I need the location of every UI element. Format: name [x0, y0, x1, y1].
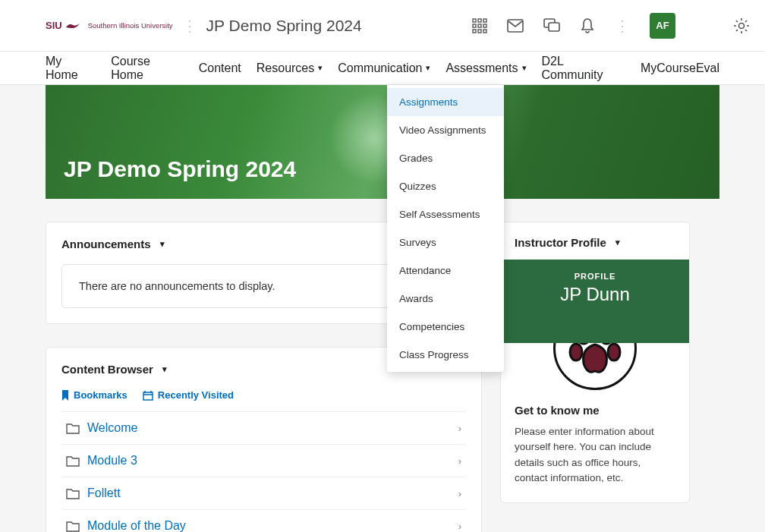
bookmark-icon [61, 390, 69, 401]
menu-grades[interactable]: Grades [387, 144, 504, 172]
menu-attendance[interactable]: Attendance [387, 257, 504, 285]
chevron-down-icon: ▾ [160, 239, 165, 249]
menu-video-assignments[interactable]: Video Assignments [387, 116, 504, 144]
menu-competencies[interactable]: Competencies [387, 313, 504, 341]
nav-content[interactable]: Content [199, 54, 241, 83]
top-header: SIU Southern Illinois University ⋮ JP De… [0, 0, 765, 52]
nav-my-home[interactable]: My Home [46, 47, 96, 90]
profile-description: Please enter information about yourself … [515, 424, 675, 486]
chevron-down-icon: ▾ [522, 63, 527, 73]
apps-icon[interactable] [472, 18, 487, 33]
nav-resources[interactable]: Resources▾ [257, 54, 323, 83]
content-item[interactable]: Module 3 › [61, 445, 466, 477]
menu-class-progress[interactable]: Class Progress [387, 341, 504, 369]
content-item[interactable]: Welcome › [61, 411, 466, 445]
menu-surveys[interactable]: Surveys [387, 228, 504, 257]
mail-icon[interactable] [507, 19, 524, 33]
chevron-right-icon: › [458, 521, 461, 532]
org-logo[interactable]: SIU Southern Illinois University [46, 20, 173, 31]
bird-icon [65, 21, 80, 30]
nav-mycourseeval[interactable]: MyCourseEval [641, 54, 719, 83]
svg-point-16 [570, 344, 582, 360]
divider: ⋮ [182, 17, 197, 35]
svg-rect-3 [473, 24, 476, 27]
svg-rect-4 [478, 24, 481, 27]
instructor-name: JP Dunn [501, 284, 689, 305]
menu-awards[interactable]: Awards [387, 285, 504, 313]
profile-label: PROFILE [501, 272, 689, 281]
chevron-down-icon: ▾ [426, 63, 430, 73]
svg-rect-1 [478, 19, 481, 22]
profile-section-title: Get to know me [515, 404, 675, 417]
svg-rect-2 [483, 19, 486, 22]
svg-rect-13 [143, 392, 153, 400]
nav-course-home[interactable]: Course Home [111, 47, 184, 90]
folder-icon [66, 488, 80, 499]
org-short: SIU [46, 20, 80, 31]
content-link: Welcome [87, 421, 137, 435]
user-avatar[interactable]: AF [650, 13, 675, 39]
tab-bookmarks[interactable]: Bookmarks [61, 389, 128, 401]
assessments-dropdown: Assignments Video Assignments Grades Qui… [387, 85, 504, 372]
folder-icon [66, 423, 80, 434]
instructor-profile-widget: Instructor Profile ▾ PROFILE JP Dunn Get… [500, 222, 690, 503]
svg-point-17 [608, 344, 620, 360]
svg-rect-7 [478, 30, 481, 33]
course-banner: JP Demo Spring 2024 [46, 85, 719, 199]
divider: ⋮ [615, 17, 630, 35]
menu-self-assessments[interactable]: Self Assessments [387, 200, 504, 228]
svg-rect-11 [549, 23, 559, 31]
tab-recently-visited[interactable]: Recently Visited [143, 389, 234, 401]
org-full: Southern Illinois University [88, 21, 173, 30]
chevron-down-icon: ▾ [162, 364, 167, 374]
folder-icon [66, 455, 80, 467]
header-actions: ⋮ AF [472, 13, 750, 39]
bell-icon[interactable] [580, 17, 595, 34]
svg-rect-0 [473, 19, 476, 22]
menu-quizzes[interactable]: Quizzes [387, 172, 504, 200]
main-content: Announcements ▾ There are no announcemen… [0, 199, 765, 532]
content-link: Module of the Day [87, 519, 186, 532]
svg-rect-8 [483, 30, 486, 33]
svg-rect-5 [483, 24, 486, 27]
course-nav: My Home Course Home Content Resources▾ C… [0, 52, 765, 85]
chevron-down-icon: ▾ [615, 238, 620, 247]
svg-point-12 [739, 23, 745, 28]
chat-icon[interactable] [543, 18, 560, 33]
content-link: Module 3 [87, 454, 137, 467]
chevron-right-icon: › [458, 423, 461, 434]
banner-title: JP Demo Spring 2024 [64, 156, 296, 182]
content-item[interactable]: Module of the Day › [61, 510, 466, 532]
recent-icon [143, 390, 153, 401]
nav-communication[interactable]: Communication▾ [338, 54, 430, 83]
chevron-right-icon: › [458, 455, 461, 467]
instructor-profile-header[interactable]: Instructor Profile ▾ [501, 222, 689, 260]
chevron-down-icon: ▾ [318, 63, 323, 73]
menu-assignments[interactable]: Assignments [387, 88, 504, 116]
course-title-header[interactable]: JP Demo Spring 2024 [206, 17, 362, 35]
gear-icon[interactable] [733, 17, 750, 34]
content-browser-widget: Content Browser ▾ Bookmarks Recently Vis… [46, 347, 482, 532]
content-link: Follett [87, 486, 121, 500]
nav-d2l-community[interactable]: D2L Community [542, 47, 625, 90]
profile-banner: PROFILE JP Dunn [501, 260, 689, 343]
folder-icon [66, 521, 80, 532]
content-item[interactable]: Follett › [61, 477, 466, 510]
chevron-right-icon: › [458, 488, 461, 499]
svg-rect-6 [473, 30, 476, 33]
nav-assessments[interactable]: Assessments▾ [445, 54, 526, 83]
